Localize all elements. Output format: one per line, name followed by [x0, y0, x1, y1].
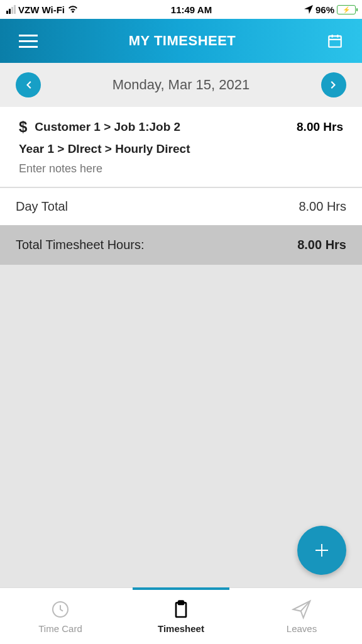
current-date: Monday, Mar 15, 2021 — [112, 77, 250, 93]
chevron-right-icon — [329, 80, 339, 90]
tab-timecard[interactable]: Time Card — [0, 588, 121, 644]
entry-job-path: Customer 1 > Job 1:Job 2 — [35, 120, 180, 134]
status-time: 11:49 AM — [171, 4, 212, 15]
battery-label: 96% — [315, 4, 334, 15]
svg-rect-0 — [329, 36, 341, 47]
status-bar: VZW Wi-Fi 11:49 AM 96% ⚡ — [0, 0, 362, 19]
time-entry-card[interactable]: $ Customer 1 > Job 1:Job 2 8.00 Hrs Year… — [0, 107, 362, 187]
day-total-label: Day Total — [16, 199, 68, 214]
entry-hours: 8.00 Hrs — [297, 120, 343, 134]
paperplane-icon — [292, 599, 312, 619]
tab-timesheet[interactable]: Timesheet — [121, 588, 241, 644]
tab-timesheet-label: Timesheet — [158, 623, 204, 634]
timesheet-total-row: Total Timesheet Hours: 8.00 Hrs — [0, 225, 362, 265]
tab-timecard-label: Time Card — [38, 623, 82, 634]
clock-icon — [50, 599, 70, 619]
svg-rect-6 — [178, 601, 184, 604]
wifi-icon — [67, 5, 79, 14]
bottom-nav: Time Card Timesheet Leaves — [0, 587, 362, 644]
entry-header-row: $ Customer 1 > Job 1:Job 2 8.00 Hrs — [19, 118, 343, 136]
page-title: MY TIMESHEET — [129, 33, 236, 49]
calendar-icon[interactable] — [327, 33, 343, 49]
timesheet-total-value: 8.00 Hrs — [297, 238, 346, 252]
entry-path-primary: $ Customer 1 > Job 1:Job 2 — [19, 118, 180, 136]
entry-category-path: Year 1 > DIrect > Hourly Direct — [19, 142, 343, 156]
status-right: 96% ⚡ — [304, 4, 356, 15]
entry-notes-input[interactable] — [19, 162, 343, 175]
clipboard-icon — [171, 599, 191, 619]
status-left: VZW Wi-Fi — [6, 4, 79, 15]
tab-leaves[interactable]: Leaves — [241, 588, 362, 644]
battery-icon: ⚡ — [337, 5, 356, 14]
day-total-row: Day Total 8.00 Hrs — [0, 187, 362, 225]
next-day-button[interactable] — [321, 72, 346, 97]
app-header: MY TIMESHEET — [0, 19, 362, 63]
day-total-value: 8.00 Hrs — [299, 199, 346, 214]
chevron-left-icon — [23, 80, 33, 90]
date-navigator: Monday, Mar 15, 2021 — [0, 63, 362, 107]
prev-day-button[interactable] — [16, 72, 41, 97]
content-spacer — [0, 265, 362, 587]
menu-button[interactable] — [19, 35, 38, 48]
timesheet-total-label: Total Timesheet Hours: — [16, 238, 145, 252]
location-icon — [304, 5, 313, 14]
dollar-icon: $ — [19, 118, 27, 136]
plus-icon — [312, 541, 331, 560]
tab-leaves-label: Leaves — [287, 623, 317, 634]
add-entry-button[interactable] — [297, 526, 346, 575]
carrier-label: VZW Wi-Fi — [18, 4, 65, 15]
signal-icon — [6, 5, 16, 14]
